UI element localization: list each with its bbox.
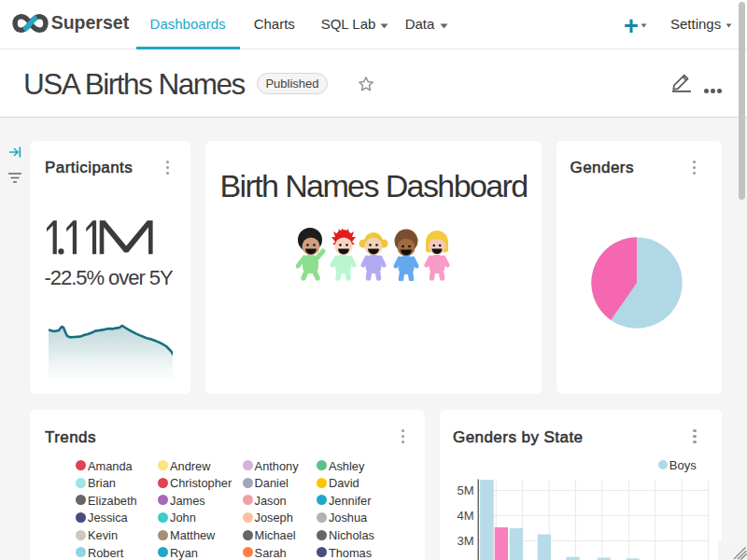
svg-text:5M: 5M bbox=[458, 483, 474, 497]
svg-text:4M: 4M bbox=[458, 509, 474, 523]
svg-text:3M: 3M bbox=[458, 534, 474, 548]
